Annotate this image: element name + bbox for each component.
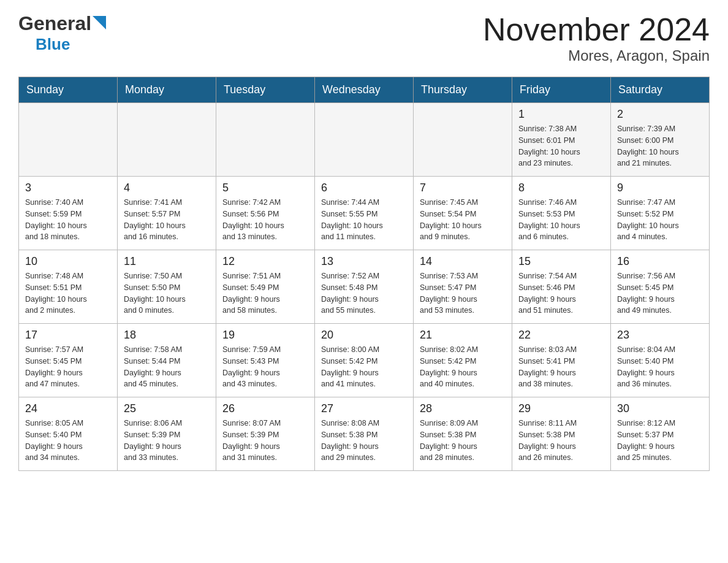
week-row-1: 1Sunrise: 7:38 AMSunset: 6:01 PMDaylight…: [19, 103, 710, 177]
day-number: 27: [321, 402, 407, 415]
calendar-cell: 15Sunrise: 7:54 AMSunset: 5:46 PMDayligh…: [512, 250, 611, 324]
header-monday: Monday: [118, 77, 216, 103]
day-info: Sunrise: 7:51 AMSunset: 5:49 PMDaylight:…: [222, 270, 308, 316]
week-row-4: 17Sunrise: 7:57 AMSunset: 5:45 PMDayligh…: [19, 324, 710, 397]
week-row-2: 3Sunrise: 7:40 AMSunset: 5:59 PMDaylight…: [19, 177, 710, 250]
logo-general-text: General: [18, 12, 91, 35]
day-info: Sunrise: 7:56 AMSunset: 5:45 PMDaylight:…: [617, 270, 703, 316]
day-number: 14: [420, 255, 506, 268]
calendar-cell: 5Sunrise: 7:42 AMSunset: 5:56 PMDaylight…: [216, 177, 315, 250]
day-info: Sunrise: 7:45 AMSunset: 5:54 PMDaylight:…: [420, 197, 506, 243]
header-tuesday: Tuesday: [216, 77, 315, 103]
day-number: 15: [518, 255, 604, 268]
week-row-5: 24Sunrise: 8:05 AMSunset: 5:40 PMDayligh…: [19, 397, 710, 471]
day-number: 1: [518, 108, 604, 121]
calendar-cell: 28Sunrise: 8:09 AMSunset: 5:38 PMDayligh…: [414, 397, 512, 471]
calendar-cell: 18Sunrise: 7:58 AMSunset: 5:44 PMDayligh…: [118, 324, 216, 397]
day-info: Sunrise: 7:42 AMSunset: 5:56 PMDaylight:…: [222, 197, 308, 243]
calendar-table: Sunday Monday Tuesday Wednesday Thursday…: [18, 77, 710, 471]
calendar-cell: 25Sunrise: 8:06 AMSunset: 5:39 PMDayligh…: [118, 397, 216, 471]
day-number: 18: [124, 329, 210, 342]
day-info: Sunrise: 7:39 AMSunset: 6:00 PMDaylight:…: [617, 123, 703, 169]
calendar-cell: 27Sunrise: 8:08 AMSunset: 5:38 PMDayligh…: [315, 397, 414, 471]
day-info: Sunrise: 7:40 AMSunset: 5:59 PMDaylight:…: [25, 197, 111, 243]
day-number: 19: [222, 329, 308, 342]
day-number: 26: [222, 402, 308, 415]
day-number: 22: [518, 329, 604, 342]
calendar-cell: 1Sunrise: 7:38 AMSunset: 6:01 PMDaylight…: [512, 103, 611, 177]
day-info: Sunrise: 8:06 AMSunset: 5:39 PMDaylight:…: [124, 418, 210, 464]
day-number: 8: [518, 182, 604, 194]
calendar-cell: 23Sunrise: 8:04 AMSunset: 5:40 PMDayligh…: [611, 324, 710, 397]
day-info: Sunrise: 8:07 AMSunset: 5:39 PMDaylight:…: [222, 418, 308, 464]
day-info: Sunrise: 8:00 AMSunset: 5:42 PMDaylight:…: [321, 344, 407, 390]
day-info: Sunrise: 7:54 AMSunset: 5:46 PMDaylight:…: [518, 270, 604, 316]
header-thursday: Thursday: [414, 77, 512, 103]
day-info: Sunrise: 8:12 AMSunset: 5:37 PMDaylight:…: [617, 418, 703, 464]
day-info: Sunrise: 7:38 AMSunset: 6:01 PMDaylight:…: [518, 123, 604, 169]
day-info: Sunrise: 8:08 AMSunset: 5:38 PMDaylight:…: [321, 418, 407, 464]
day-number: 7: [420, 182, 506, 194]
day-number: 11: [124, 255, 210, 268]
calendar-cell: 13Sunrise: 7:52 AMSunset: 5:48 PMDayligh…: [315, 250, 414, 324]
calendar-cell: 19Sunrise: 7:59 AMSunset: 5:43 PMDayligh…: [216, 324, 315, 397]
day-info: Sunrise: 8:02 AMSunset: 5:42 PMDaylight:…: [420, 344, 506, 390]
day-number: 3: [25, 182, 111, 194]
day-number: 28: [420, 402, 506, 415]
day-number: 24: [25, 402, 111, 415]
calendar-cell: 17Sunrise: 7:57 AMSunset: 5:45 PMDayligh…: [19, 324, 118, 397]
header-friday: Friday: [512, 77, 611, 103]
page-header: General Blue November 2024 Mores, Aragon…: [18, 12, 710, 64]
calendar-cell: 7Sunrise: 7:45 AMSunset: 5:54 PMDaylight…: [414, 177, 512, 250]
day-info: Sunrise: 7:50 AMSunset: 5:50 PMDaylight:…: [124, 270, 210, 316]
day-info: Sunrise: 7:57 AMSunset: 5:45 PMDaylight:…: [25, 344, 111, 390]
day-number: 23: [617, 329, 703, 342]
calendar-cell: 9Sunrise: 7:47 AMSunset: 5:52 PMDaylight…: [611, 177, 710, 250]
day-info: Sunrise: 8:03 AMSunset: 5:41 PMDaylight:…: [518, 344, 604, 390]
calendar-cell: 26Sunrise: 8:07 AMSunset: 5:39 PMDayligh…: [216, 397, 315, 471]
calendar-cell: [19, 103, 118, 177]
day-number: 17: [25, 329, 111, 342]
calendar-cell: 10Sunrise: 7:48 AMSunset: 5:51 PMDayligh…: [19, 250, 118, 324]
day-number: 2: [617, 108, 703, 121]
calendar-cell: 21Sunrise: 8:02 AMSunset: 5:42 PMDayligh…: [414, 324, 512, 397]
day-info: Sunrise: 7:47 AMSunset: 5:52 PMDaylight:…: [617, 197, 703, 243]
calendar-cell: [414, 103, 512, 177]
header-wednesday: Wednesday: [315, 77, 414, 103]
day-info: Sunrise: 7:41 AMSunset: 5:57 PMDaylight:…: [124, 197, 210, 243]
day-info: Sunrise: 7:46 AMSunset: 5:53 PMDaylight:…: [518, 197, 604, 243]
calendar-cell: 22Sunrise: 8:03 AMSunset: 5:41 PMDayligh…: [512, 324, 611, 397]
day-info: Sunrise: 8:09 AMSunset: 5:38 PMDaylight:…: [420, 418, 506, 464]
header-sunday: Sunday: [19, 77, 118, 103]
day-info: Sunrise: 7:59 AMSunset: 5:43 PMDaylight:…: [222, 344, 308, 390]
day-info: Sunrise: 7:52 AMSunset: 5:48 PMDaylight:…: [321, 270, 407, 316]
day-number: 9: [617, 182, 703, 194]
calendar-cell: 3Sunrise: 7:40 AMSunset: 5:59 PMDaylight…: [19, 177, 118, 250]
title-section: November 2024 Mores, Aragon, Spain: [483, 12, 710, 64]
logo-triangle-icon: [93, 16, 106, 32]
week-row-3: 10Sunrise: 7:48 AMSunset: 5:51 PMDayligh…: [19, 250, 710, 324]
calendar-cell: 29Sunrise: 8:11 AMSunset: 5:38 PMDayligh…: [512, 397, 611, 471]
day-info: Sunrise: 8:05 AMSunset: 5:40 PMDaylight:…: [25, 418, 111, 464]
day-info: Sunrise: 7:53 AMSunset: 5:47 PMDaylight:…: [420, 270, 506, 316]
day-number: 21: [420, 329, 506, 342]
logo: General Blue: [18, 12, 106, 54]
svg-marker-0: [93, 16, 106, 29]
calendar-cell: 20Sunrise: 8:00 AMSunset: 5:42 PMDayligh…: [315, 324, 414, 397]
calendar-cell: 6Sunrise: 7:44 AMSunset: 5:55 PMDaylight…: [315, 177, 414, 250]
day-number: 29: [518, 402, 604, 415]
calendar-subtitle: Mores, Aragon, Spain: [483, 47, 710, 64]
day-number: 16: [617, 255, 703, 268]
day-info: Sunrise: 8:04 AMSunset: 5:40 PMDaylight:…: [617, 344, 703, 390]
calendar-cell: 11Sunrise: 7:50 AMSunset: 5:50 PMDayligh…: [118, 250, 216, 324]
calendar-cell: 8Sunrise: 7:46 AMSunset: 5:53 PMDaylight…: [512, 177, 611, 250]
day-number: 6: [321, 182, 407, 194]
logo-blue-text: Blue: [36, 35, 70, 53]
calendar-cell: 12Sunrise: 7:51 AMSunset: 5:49 PMDayligh…: [216, 250, 315, 324]
day-number: 20: [321, 329, 407, 342]
day-number: 25: [124, 402, 210, 415]
day-info: Sunrise: 8:11 AMSunset: 5:38 PMDaylight:…: [518, 418, 604, 464]
day-info: Sunrise: 7:48 AMSunset: 5:51 PMDaylight:…: [25, 270, 111, 316]
calendar-cell: 30Sunrise: 8:12 AMSunset: 5:37 PMDayligh…: [611, 397, 710, 471]
calendar-cell: [216, 103, 315, 177]
